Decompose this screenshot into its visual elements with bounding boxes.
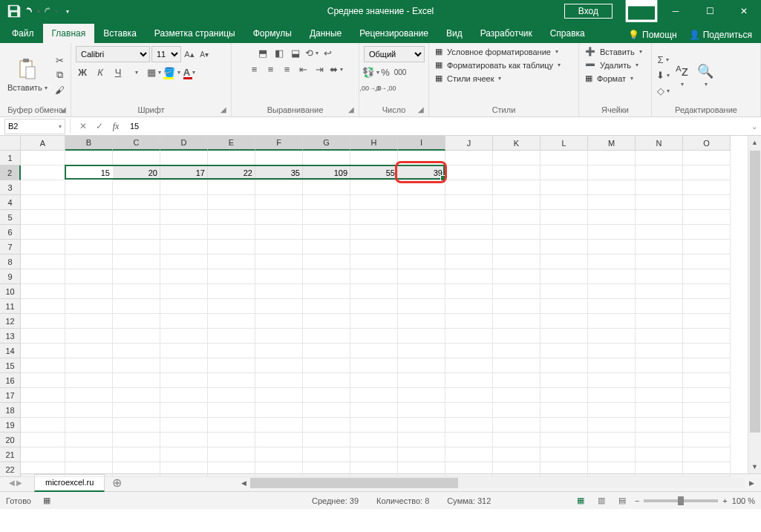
row-header[interactable]: 3 — [0, 180, 21, 195]
cell[interactable] — [208, 284, 255, 299]
cell[interactable] — [445, 447, 493, 462]
cell[interactable] — [65, 403, 113, 418]
cell[interactable] — [350, 433, 398, 447]
cell[interactable] — [588, 344, 636, 358]
cell[interactable] — [160, 314, 208, 329]
cell[interactable] — [445, 344, 493, 358]
cell[interactable] — [636, 240, 683, 254]
cell[interactable] — [113, 180, 160, 195]
cell[interactable] — [493, 388, 540, 403]
cell[interactable] — [113, 447, 160, 462]
cell[interactable] — [636, 284, 683, 299]
cell[interactable] — [540, 358, 588, 373]
cell[interactable] — [683, 403, 731, 418]
cell[interactable] — [208, 254, 255, 269]
cell[interactable] — [683, 314, 731, 329]
cell[interactable] — [113, 403, 160, 418]
wrap-text-icon[interactable]: ↩ — [321, 46, 335, 59]
cell[interactable] — [350, 373, 398, 388]
cell[interactable] — [255, 403, 303, 418]
cell[interactable] — [588, 240, 636, 254]
cell[interactable] — [255, 225, 303, 240]
cell[interactable] — [588, 151, 636, 165]
cell[interactable] — [113, 373, 160, 388]
cell[interactable] — [113, 284, 160, 299]
cell[interactable] — [350, 225, 398, 240]
inc-indent-icon[interactable]: ⇥ — [313, 62, 327, 76]
cell[interactable] — [208, 447, 255, 462]
cell[interactable] — [398, 447, 445, 462]
cell[interactable] — [636, 210, 683, 225]
cell[interactable] — [65, 462, 113, 477]
cell[interactable] — [398, 403, 445, 418]
cell[interactable] — [208, 314, 255, 329]
cell[interactable] — [398, 329, 445, 344]
ribbon-display-icon[interactable] — [624, 0, 659, 22]
cell[interactable] — [636, 418, 683, 433]
cell[interactable] — [303, 254, 350, 269]
column-header[interactable]: B — [65, 136, 113, 151]
vertical-scrollbar[interactable]: ▲ ▼ — [748, 136, 761, 473]
format-painter-icon[interactable]: 🖌 — [53, 83, 67, 96]
copy-icon[interactable]: ⧉ — [53, 68, 67, 82]
cell[interactable] — [683, 388, 731, 403]
cell[interactable] — [588, 314, 636, 329]
cell-value[interactable]: 17 — [160, 165, 208, 180]
cell[interactable] — [303, 388, 350, 403]
column-header[interactable]: F — [255, 136, 303, 151]
cell[interactable] — [255, 373, 303, 388]
column-header[interactable]: A — [21, 136, 65, 151]
cell[interactable] — [683, 195, 731, 210]
cell[interactable] — [588, 358, 636, 373]
cell[interactable] — [65, 358, 113, 373]
cell[interactable] — [493, 373, 540, 388]
cell[interactable] — [21, 284, 65, 299]
cell[interactable] — [113, 388, 160, 403]
cell[interactable] — [113, 314, 160, 329]
cell[interactable] — [255, 254, 303, 269]
cell[interactable] — [65, 418, 113, 433]
cell[interactable] — [21, 165, 65, 180]
cell[interactable] — [350, 151, 398, 165]
cell[interactable] — [350, 299, 398, 314]
minimize-icon[interactable]: ─ — [659, 0, 693, 22]
cell[interactable] — [445, 418, 493, 433]
scroll-thumb[interactable] — [250, 478, 458, 488]
column-header[interactable]: N — [636, 136, 683, 151]
cell[interactable] — [208, 299, 255, 314]
cell[interactable] — [255, 269, 303, 284]
cell[interactable] — [493, 447, 540, 462]
cell[interactable] — [113, 151, 160, 165]
cell[interactable] — [493, 151, 540, 165]
sort-filter-button[interactable]: ᴬz — [673, 60, 691, 91]
cell[interactable] — [21, 240, 65, 254]
align-center-icon[interactable]: ≡ — [264, 62, 278, 76]
cell[interactable] — [683, 284, 731, 299]
column-header[interactable]: H — [350, 136, 398, 151]
cell[interactable] — [683, 358, 731, 373]
font-name-select[interactable]: Calibri — [76, 46, 150, 62]
scroll-down-icon[interactable]: ▼ — [748, 460, 761, 473]
cell[interactable] — [493, 358, 540, 373]
cell[interactable] — [636, 358, 683, 373]
cell[interactable] — [445, 225, 493, 240]
save-icon[interactable] — [6, 3, 22, 19]
cell[interactable] — [540, 314, 588, 329]
cell[interactable] — [588, 329, 636, 344]
row-header[interactable]: 17 — [0, 388, 21, 403]
cell[interactable] — [445, 403, 493, 418]
cell-value[interactable]: 35 — [255, 165, 303, 180]
cut-icon[interactable]: ✂ — [53, 53, 67, 67]
align-top-icon[interactable]: ⬒ — [256, 46, 270, 59]
cell[interactable] — [493, 225, 540, 240]
cell[interactable] — [160, 240, 208, 254]
cell-value[interactable]: 22 — [208, 165, 255, 180]
cell[interactable] — [303, 195, 350, 210]
cell[interactable] — [160, 358, 208, 373]
dec-indent-icon[interactable]: ⇤ — [297, 62, 310, 76]
tab-file[interactable]: Файл — [3, 24, 43, 43]
cell[interactable] — [208, 388, 255, 403]
cell[interactable] — [255, 195, 303, 210]
cell[interactable] — [350, 284, 398, 299]
cell[interactable] — [445, 462, 493, 477]
